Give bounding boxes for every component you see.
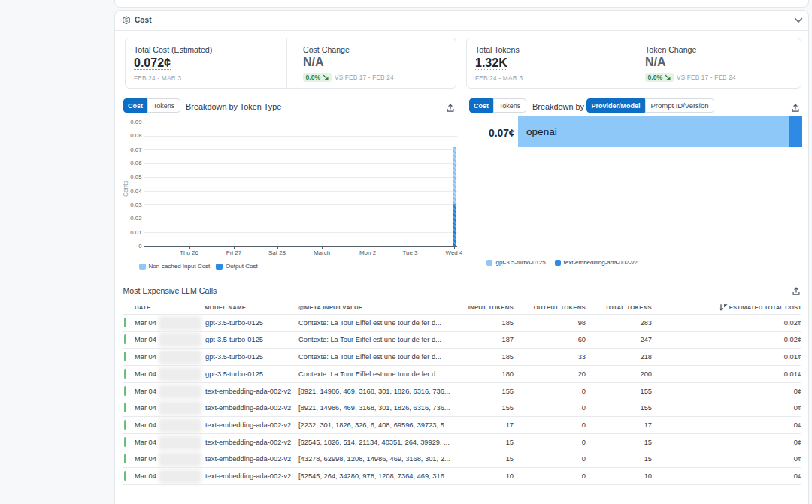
svg-text:$: $: [125, 17, 128, 23]
